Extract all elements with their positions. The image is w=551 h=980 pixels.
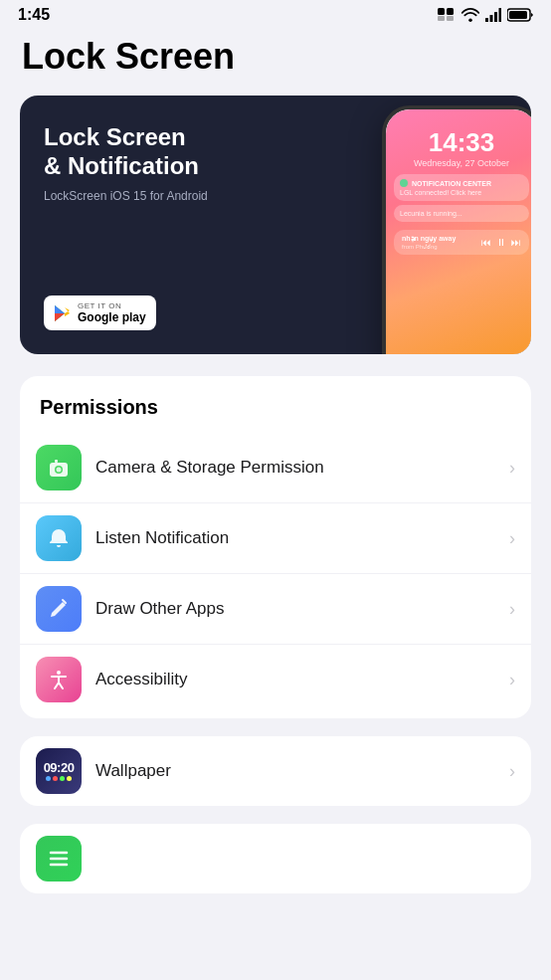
badge-text: GET IT ON Google play bbox=[78, 301, 146, 324]
camera-permission-item[interactable]: Camera & Storage Permission › bbox=[20, 433, 531, 503]
svg-rect-5 bbox=[490, 15, 493, 22]
accessibility-icon bbox=[36, 657, 82, 702]
music-info: nhạn ngụy away from Phương bbox=[402, 235, 481, 250]
phone-music-player: nhạn ngụy away from Phương ⏮ ⏸ ⏭ bbox=[394, 230, 529, 255]
listen-chevron-icon: › bbox=[509, 528, 515, 549]
page-title: Lock Screen bbox=[0, 28, 551, 96]
wallpaper-chevron-icon: › bbox=[509, 761, 515, 782]
wallpaper-icon: 09:20 bbox=[36, 748, 82, 794]
permissions-card: Permissions Camera & Storage Permission … bbox=[20, 376, 531, 718]
pause-icon: ⏸ bbox=[496, 237, 506, 248]
camera-icon bbox=[36, 445, 82, 490]
next-setting-icon bbox=[36, 836, 82, 882]
accessibility-label: Accessibility bbox=[95, 670, 509, 689]
phone-notification-2: Lecunia is running... bbox=[394, 205, 529, 222]
notif-dot bbox=[400, 179, 408, 187]
notif-app-name: Notification Center bbox=[412, 180, 491, 187]
listen-notification-label: Listen Notification bbox=[95, 528, 509, 548]
notif-text-2: Lecunia is running... bbox=[400, 210, 523, 217]
get-on-play-badge[interactable]: GET IT ON Google play bbox=[44, 295, 156, 330]
svg-rect-2 bbox=[438, 16, 445, 21]
phone-time: 14:33 bbox=[394, 127, 529, 158]
phone-screen: 14:33 Wednesday, 27 October Notification… bbox=[386, 109, 531, 354]
phone-date: Wednesday, 27 October bbox=[394, 158, 529, 168]
music-sub: from Phương bbox=[402, 243, 481, 250]
svg-point-12 bbox=[57, 468, 62, 473]
draw-other-apps-item[interactable]: Draw Other Apps › bbox=[20, 574, 531, 645]
accessibility-chevron-icon: › bbox=[509, 670, 515, 690]
notif-text-1: LGL connected! Click here bbox=[400, 189, 523, 196]
draw-other-apps-label: Draw Other Apps bbox=[95, 599, 509, 619]
listen-notification-item[interactable]: Listen Notification › bbox=[20, 503, 531, 574]
play-store-icon bbox=[54, 304, 72, 322]
next-setting-card bbox=[20, 824, 531, 893]
music-controls: ⏮ ⏸ ⏭ bbox=[481, 237, 521, 248]
svg-rect-7 bbox=[499, 8, 502, 22]
svg-rect-1 bbox=[447, 8, 454, 15]
phone-notification-1: Notification Center LGL connected! Click… bbox=[394, 174, 529, 201]
svg-rect-4 bbox=[485, 18, 488, 22]
svg-rect-0 bbox=[438, 8, 445, 15]
wallpaper-label: Wallpaper bbox=[95, 761, 509, 781]
status-time: 1:45 bbox=[18, 6, 50, 24]
wp-dot-3 bbox=[60, 776, 65, 781]
svg-rect-3 bbox=[447, 16, 454, 21]
badge-store-name: Google play bbox=[78, 310, 146, 324]
draw-icon bbox=[36, 586, 82, 632]
wallpaper-item[interactable]: 09:20 Wallpaper › bbox=[20, 736, 531, 806]
banner-title: Lock Screen& Notification bbox=[44, 123, 318, 181]
banner-subtitle: LockScreen iOS 15 for Android bbox=[44, 189, 318, 203]
banner: Lock Screen& Notification LockScreen iOS… bbox=[20, 96, 531, 354]
signal-icon bbox=[485, 8, 501, 22]
svg-rect-9 bbox=[509, 11, 527, 19]
draw-chevron-icon: › bbox=[509, 599, 515, 620]
music-title: nhạn ngụy away bbox=[402, 235, 481, 243]
banner-right: 14:33 Wednesday, 27 October Notification… bbox=[332, 96, 531, 354]
status-bar: 1:45 bbox=[0, 0, 551, 28]
badge-get-it-on: GET IT ON bbox=[78, 301, 146, 310]
svg-point-14 bbox=[57, 671, 61, 675]
svg-rect-13 bbox=[55, 460, 58, 463]
battery-icon bbox=[507, 8, 533, 22]
next-icon: ⏭ bbox=[511, 237, 521, 248]
wp-dot-2 bbox=[53, 776, 58, 781]
status-icons bbox=[438, 8, 533, 22]
wifi-icon bbox=[461, 8, 479, 22]
wallpaper-icon-inner: 09:20 bbox=[44, 761, 75, 781]
permissions-title: Permissions bbox=[20, 396, 531, 433]
wallpaper-dots bbox=[46, 776, 72, 781]
camera-permission-label: Camera & Storage Permission bbox=[95, 458, 509, 478]
accessibility-item[interactable]: Accessibility › bbox=[20, 645, 531, 714]
wp-dot-1 bbox=[46, 776, 51, 781]
wp-dot-4 bbox=[67, 776, 72, 781]
sim-icon bbox=[438, 8, 456, 22]
wallpaper-time-display: 09:20 bbox=[44, 761, 75, 774]
phone-mockup: 14:33 Wednesday, 27 October Notification… bbox=[382, 105, 531, 354]
prev-icon: ⏮ bbox=[481, 237, 491, 248]
banner-left: Lock Screen& Notification LockScreen iOS… bbox=[20, 96, 332, 354]
next-setting-item[interactable] bbox=[20, 824, 531, 893]
bell-icon bbox=[36, 515, 82, 561]
svg-rect-6 bbox=[494, 12, 497, 22]
wallpaper-card: 09:20 Wallpaper › bbox=[20, 736, 531, 806]
camera-chevron-icon: › bbox=[509, 458, 515, 479]
